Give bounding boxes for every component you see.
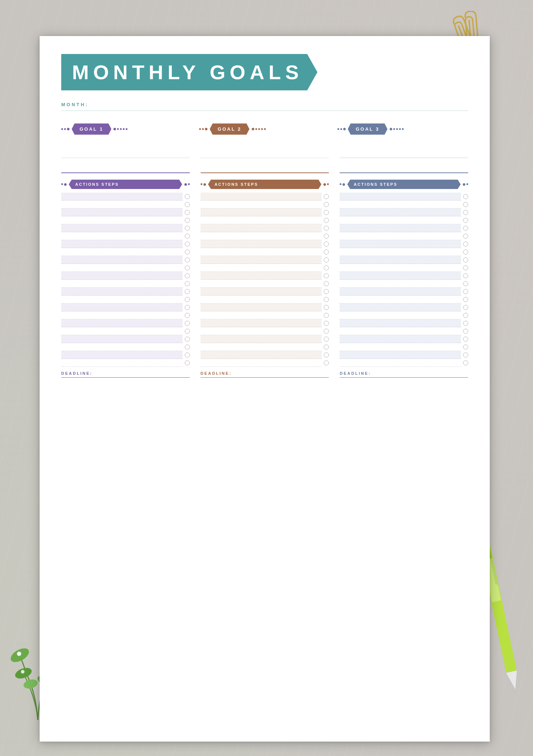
action-line[interactable] [340,224,461,232]
action-checkbox[interactable] [185,226,190,231]
action-checkbox[interactable] [324,273,329,278]
action-line[interactable] [340,256,461,264]
action-checkbox[interactable] [463,194,468,199]
action-line[interactable] [201,296,322,303]
action-checkbox[interactable] [324,210,329,215]
action-checkbox[interactable] [324,249,329,255]
action-checkbox[interactable] [463,218,468,223]
action-line[interactable] [340,351,461,359]
action-line[interactable] [201,359,322,367]
action-line[interactable] [201,240,322,248]
action-line[interactable] [340,311,461,319]
action-checkbox[interactable] [324,242,329,247]
action-checkbox[interactable] [185,218,190,223]
action-checkbox[interactable] [185,242,190,247]
action-line[interactable] [61,264,183,272]
action-line[interactable] [340,232,461,240]
action-checkbox[interactable] [324,305,329,310]
action-line[interactable] [61,351,183,359]
action-line[interactable] [61,193,183,201]
action-checkbox[interactable] [324,329,329,334]
action-checkbox[interactable] [185,265,190,270]
action-line[interactable] [201,280,322,288]
action-checkbox[interactable] [324,345,329,350]
action-line[interactable] [61,216,183,224]
action-line[interactable] [340,335,461,343]
action-checkbox[interactable] [185,329,190,334]
action-line[interactable] [61,248,183,256]
action-checkbox[interactable] [463,360,468,365]
action-checkbox[interactable] [185,210,190,215]
action-line[interactable] [340,264,461,272]
action-line[interactable] [201,288,322,296]
action-line[interactable] [61,272,183,280]
action-line[interactable] [340,193,461,201]
goal2-input[interactable] [201,140,329,158]
action-line[interactable] [201,201,322,208]
action-checkbox[interactable] [463,337,468,342]
action-checkbox[interactable] [185,352,190,357]
action-line[interactable] [61,359,183,367]
action-checkbox[interactable] [463,321,468,326]
action-line[interactable] [61,296,183,303]
action-line[interactable] [201,224,322,232]
action-line[interactable] [61,224,183,232]
action-checkbox[interactable] [324,218,329,223]
action-checkbox[interactable] [463,202,468,207]
action-line[interactable] [340,296,461,303]
action-line[interactable] [61,288,183,296]
action-line[interactable] [340,303,461,311]
action-checkbox[interactable] [185,257,190,262]
action-checkbox[interactable] [463,329,468,334]
action-line[interactable] [201,208,322,216]
action-line[interactable] [61,343,183,351]
action-checkbox[interactable] [324,234,329,239]
action-line[interactable] [61,303,183,311]
action-checkbox[interactable] [185,202,190,207]
action-checkbox[interactable] [185,234,190,239]
action-line[interactable] [201,216,322,224]
action-line[interactable] [340,343,461,351]
action-checkbox[interactable] [324,194,329,199]
action-checkbox[interactable] [185,297,190,302]
action-line[interactable] [201,327,322,335]
action-checkbox[interactable] [463,289,468,294]
action-checkbox[interactable] [185,360,190,365]
action-checkbox[interactable] [463,265,468,270]
action-checkbox[interactable] [463,242,468,247]
action-line[interactable] [340,319,461,327]
action-checkbox[interactable] [185,313,190,318]
action-checkbox[interactable] [463,297,468,302]
action-line[interactable] [201,311,322,319]
action-line[interactable] [201,343,322,351]
action-checkbox[interactable] [324,226,329,231]
action-checkbox[interactable] [463,281,468,286]
goal1-input[interactable] [61,140,190,158]
action-checkbox[interactable] [324,281,329,286]
action-checkbox[interactable] [185,194,190,199]
action-line[interactable] [201,351,322,359]
action-checkbox[interactable] [463,249,468,255]
action-line[interactable] [201,272,322,280]
action-line[interactable] [340,272,461,280]
action-line[interactable] [340,327,461,335]
action-line[interactable] [340,201,461,208]
action-checkbox[interactable] [463,352,468,357]
action-checkbox[interactable] [185,305,190,310]
action-line[interactable] [201,248,322,256]
action-line[interactable] [61,208,183,216]
action-line[interactable] [61,256,183,264]
action-checkbox[interactable] [185,321,190,326]
action-line[interactable] [61,240,183,248]
action-checkbox[interactable] [185,281,190,286]
action-checkbox[interactable] [463,226,468,231]
action-checkbox[interactable] [324,321,329,326]
action-checkbox[interactable] [324,352,329,357]
action-checkbox[interactable] [463,345,468,350]
action-checkbox[interactable] [324,360,329,365]
action-line[interactable] [201,256,322,264]
action-checkbox[interactable] [185,273,190,278]
action-line[interactable] [201,193,322,201]
action-line[interactable] [61,319,183,327]
action-checkbox[interactable] [185,337,190,342]
